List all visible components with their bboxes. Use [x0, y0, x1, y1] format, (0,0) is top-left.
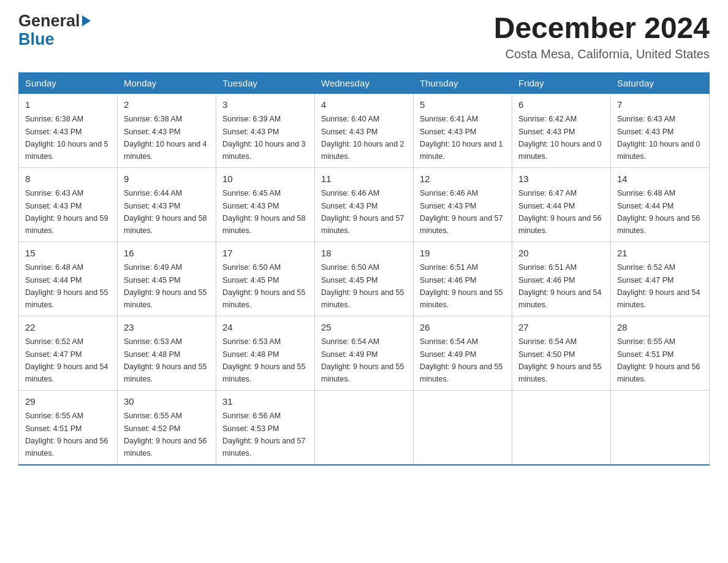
day-number: 2: [124, 98, 210, 112]
day-info: Sunrise: 6:51 AMSunset: 4:46 PMDaylight:…: [518, 263, 602, 309]
day-cell: 14 Sunrise: 6:48 AMSunset: 4:44 PMDaylig…: [611, 167, 710, 242]
day-number: 26: [420, 321, 506, 335]
day-cell: 22 Sunrise: 6:52 AMSunset: 4:47 PMDaylig…: [19, 316, 118, 390]
week-row-5: 29 Sunrise: 6:55 AMSunset: 4:51 PMDaylig…: [19, 390, 710, 465]
day-info: Sunrise: 6:55 AMSunset: 4:51 PMDaylight:…: [25, 412, 108, 458]
day-number: 19: [420, 247, 506, 261]
calendar-body: 1 Sunrise: 6:38 AMSunset: 4:43 PMDayligh…: [19, 93, 710, 465]
day-number: 11: [321, 172, 407, 186]
day-info: Sunrise: 6:42 AMSunset: 4:43 PMDaylight:…: [518, 115, 602, 161]
day-cell: 15 Sunrise: 6:48 AMSunset: 4:44 PMDaylig…: [19, 242, 118, 316]
day-number: 22: [25, 321, 111, 335]
day-cell: 12 Sunrise: 6:46 AMSunset: 4:43 PMDaylig…: [414, 167, 512, 242]
day-number: 25: [321, 321, 407, 335]
day-info: Sunrise: 6:39 AMSunset: 4:43 PMDaylight:…: [222, 115, 306, 161]
logo-arrow-icon: [82, 15, 91, 26]
day-number: 24: [222, 321, 308, 335]
day-cell: 2 Sunrise: 6:38 AMSunset: 4:43 PMDayligh…: [118, 93, 216, 167]
day-info: Sunrise: 6:44 AMSunset: 4:43 PMDaylight:…: [124, 189, 207, 235]
week-row-2: 8 Sunrise: 6:43 AMSunset: 4:43 PMDayligh…: [19, 167, 710, 242]
week-row-1: 1 Sunrise: 6:38 AMSunset: 4:43 PMDayligh…: [19, 93, 710, 167]
day-cell: [611, 390, 710, 465]
day-info: Sunrise: 6:55 AMSunset: 4:52 PMDaylight:…: [124, 412, 207, 458]
day-number: 5: [420, 98, 506, 112]
day-number: 31: [222, 395, 308, 409]
day-number: 7: [617, 98, 703, 112]
day-info: Sunrise: 6:54 AMSunset: 4:49 PMDaylight:…: [321, 337, 404, 383]
day-cell: 11 Sunrise: 6:46 AMSunset: 4:43 PMDaylig…: [315, 167, 414, 242]
day-cell: 5 Sunrise: 6:41 AMSunset: 4:43 PMDayligh…: [414, 93, 512, 167]
day-cell: 17 Sunrise: 6:50 AMSunset: 4:45 PMDaylig…: [216, 242, 315, 316]
day-number: 8: [25, 172, 111, 186]
day-cell: [512, 390, 611, 465]
day-cell: 19 Sunrise: 6:51 AMSunset: 4:46 PMDaylig…: [414, 242, 512, 316]
day-info: Sunrise: 6:48 AMSunset: 4:44 PMDaylight:…: [617, 189, 700, 235]
day-cell: 13 Sunrise: 6:47 AMSunset: 4:44 PMDaylig…: [512, 167, 611, 242]
day-info: Sunrise: 6:47 AMSunset: 4:44 PMDaylight:…: [518, 189, 602, 235]
day-info: Sunrise: 6:38 AMSunset: 4:43 PMDaylight:…: [25, 115, 108, 161]
day-number: 29: [25, 395, 111, 409]
day-number: 20: [518, 247, 604, 261]
day-number: 1: [25, 98, 111, 112]
day-number: 10: [222, 172, 308, 186]
day-cell: 4 Sunrise: 6:40 AMSunset: 4:43 PMDayligh…: [315, 93, 414, 167]
day-info: Sunrise: 6:50 AMSunset: 4:45 PMDaylight:…: [222, 263, 306, 309]
col-thursday: Thursday: [414, 72, 512, 93]
day-info: Sunrise: 6:43 AMSunset: 4:43 PMDaylight:…: [617, 115, 700, 161]
day-cell: 23 Sunrise: 6:53 AMSunset: 4:48 PMDaylig…: [118, 316, 216, 390]
week-row-3: 15 Sunrise: 6:48 AMSunset: 4:44 PMDaylig…: [19, 242, 710, 316]
day-number: 16: [124, 247, 210, 261]
day-number: 4: [321, 98, 407, 112]
day-number: 21: [617, 247, 703, 261]
day-cell: 29 Sunrise: 6:55 AMSunset: 4:51 PMDaylig…: [19, 390, 118, 465]
day-info: Sunrise: 6:45 AMSunset: 4:43 PMDaylight:…: [222, 189, 306, 235]
day-number: 6: [518, 98, 604, 112]
day-info: Sunrise: 6:53 AMSunset: 4:48 PMDaylight:…: [222, 337, 306, 383]
day-cell: 20 Sunrise: 6:51 AMSunset: 4:46 PMDaylig…: [512, 242, 611, 316]
title-block: December 2024 Costa Mesa, California, Un…: [494, 12, 710, 61]
col-sunday: Sunday: [19, 72, 118, 93]
col-saturday: Saturday: [611, 72, 710, 93]
day-number: 30: [124, 395, 210, 409]
day-cell: 7 Sunrise: 6:43 AMSunset: 4:43 PMDayligh…: [611, 93, 710, 167]
day-cell: 1 Sunrise: 6:38 AMSunset: 4:43 PMDayligh…: [19, 93, 118, 167]
day-number: 14: [617, 172, 703, 186]
day-info: Sunrise: 6:53 AMSunset: 4:48 PMDaylight:…: [124, 337, 207, 383]
day-info: Sunrise: 6:48 AMSunset: 4:44 PMDaylight:…: [25, 263, 108, 309]
day-number: 9: [124, 172, 210, 186]
logo: General Blue: [18, 12, 91, 48]
day-number: 15: [25, 247, 111, 261]
day-cell: 9 Sunrise: 6:44 AMSunset: 4:43 PMDayligh…: [118, 167, 216, 242]
col-wednesday: Wednesday: [315, 72, 414, 93]
day-cell: 10 Sunrise: 6:45 AMSunset: 4:43 PMDaylig…: [216, 167, 315, 242]
col-tuesday: Tuesday: [216, 72, 315, 93]
day-info: Sunrise: 6:40 AMSunset: 4:43 PMDaylight:…: [321, 115, 404, 161]
day-info: Sunrise: 6:43 AMSunset: 4:43 PMDaylight:…: [25, 189, 108, 235]
day-number: 12: [420, 172, 506, 186]
day-info: Sunrise: 6:54 AMSunset: 4:49 PMDaylight:…: [420, 337, 503, 383]
day-info: Sunrise: 6:52 AMSunset: 4:47 PMDaylight:…: [617, 263, 700, 309]
day-cell: 31 Sunrise: 6:56 AMSunset: 4:53 PMDaylig…: [216, 390, 315, 465]
day-info: Sunrise: 6:50 AMSunset: 4:45 PMDaylight:…: [321, 263, 404, 309]
logo-general-text: General: [18, 12, 80, 31]
day-info: Sunrise: 6:54 AMSunset: 4:50 PMDaylight:…: [518, 337, 602, 383]
col-friday: Friday: [512, 72, 611, 93]
day-cell: [315, 390, 414, 465]
col-monday: Monday: [118, 72, 216, 93]
day-info: Sunrise: 6:49 AMSunset: 4:45 PMDaylight:…: [124, 263, 207, 309]
day-number: 28: [617, 321, 703, 335]
day-info: Sunrise: 6:46 AMSunset: 4:43 PMDaylight:…: [420, 189, 503, 235]
day-cell: 25 Sunrise: 6:54 AMSunset: 4:49 PMDaylig…: [315, 316, 414, 390]
logo-blue-text: Blue: [18, 30, 55, 48]
day-number: 13: [518, 172, 604, 186]
day-info: Sunrise: 6:51 AMSunset: 4:46 PMDaylight:…: [420, 263, 503, 309]
day-cell: 18 Sunrise: 6:50 AMSunset: 4:45 PMDaylig…: [315, 242, 414, 316]
day-number: 23: [124, 321, 210, 335]
day-info: Sunrise: 6:46 AMSunset: 4:43 PMDaylight:…: [321, 189, 404, 235]
day-cell: 8 Sunrise: 6:43 AMSunset: 4:43 PMDayligh…: [19, 167, 118, 242]
day-cell: [414, 390, 512, 465]
day-cell: 30 Sunrise: 6:55 AMSunset: 4:52 PMDaylig…: [118, 390, 216, 465]
day-number: 27: [518, 321, 604, 335]
day-cell: 24 Sunrise: 6:53 AMSunset: 4:48 PMDaylig…: [216, 316, 315, 390]
calendar-table: Sunday Monday Tuesday Wednesday Thursday…: [18, 72, 710, 465]
